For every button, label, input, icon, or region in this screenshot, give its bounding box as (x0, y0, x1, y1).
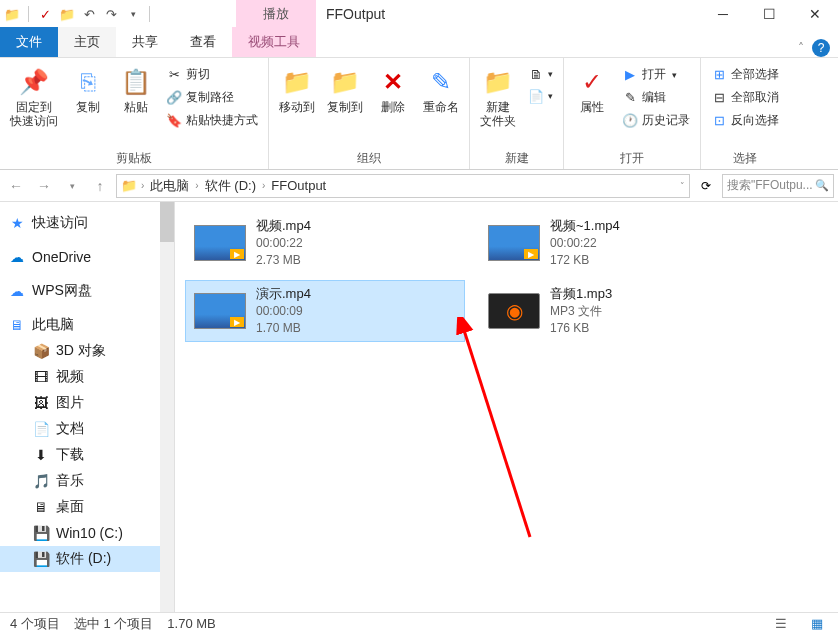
invert-selection-button[interactable]: ⊡反向选择 (707, 110, 783, 131)
tab-home[interactable]: 主页 (58, 27, 116, 57)
view-large-icons-button[interactable]: ▦ (806, 615, 828, 633)
breadcrumb-folder[interactable]: FFOutput (269, 178, 328, 193)
refresh-button[interactable]: ⟳ (694, 174, 718, 198)
new-item-button[interactable]: 🗎▾ (524, 64, 557, 84)
cloud-icon: ☁ (8, 282, 26, 300)
file-item[interactable]: ▶ 演示.mp4 00:00:09 1.70 MB (185, 280, 465, 342)
history-button[interactable]: 🕐历史记录 (618, 110, 694, 131)
copy-to-button[interactable]: 📁 复制到 (323, 64, 367, 116)
delete-button[interactable]: ✕ 删除 (371, 64, 415, 116)
file-size: 1.70 MB (256, 320, 311, 337)
nav-music[interactable]: 🎵音乐 (0, 468, 174, 494)
cut-button[interactable]: ✂剪切 (162, 64, 262, 85)
help-button[interactable]: ? (812, 39, 830, 57)
select-none-icon: ⊟ (711, 90, 727, 106)
chevron-icon[interactable]: › (195, 180, 198, 191)
status-selected-count: 选中 1 个项目 (74, 615, 153, 633)
video-thumbnail: ▶ (194, 293, 246, 329)
file-type: MP3 文件 (550, 303, 612, 320)
edit-button[interactable]: ✎编辑 (618, 87, 694, 108)
chevron-icon[interactable]: › (262, 180, 265, 191)
drive-icon: 💾 (32, 550, 50, 568)
nav-scrollbar[interactable] (160, 202, 174, 612)
annotation-arrow (445, 317, 565, 547)
copy-button[interactable]: ⎘ 复制 (66, 64, 110, 116)
addr-dropdown-icon[interactable]: ˅ (680, 181, 685, 191)
back-button[interactable]: ← (4, 174, 28, 198)
nav-wps[interactable]: ☁WPS网盘 (0, 278, 174, 304)
history-icon: 🕐 (622, 113, 638, 129)
qat-folder-icon[interactable]: 📁 (59, 6, 75, 22)
file-item[interactable]: ▶ 视频~1.mp4 00:00:22 172 KB (479, 212, 759, 274)
svg-line-1 (463, 327, 530, 537)
tab-view[interactable]: 查看 (174, 27, 232, 57)
file-duration: 00:00:09 (256, 303, 311, 320)
nav-quick-access[interactable]: ★快速访问 (0, 210, 174, 236)
breadcrumb-pc[interactable]: 此电脑 (148, 177, 191, 195)
qat-check-icon[interactable]: ✓ (37, 6, 53, 22)
video-thumbnail: ▶ (488, 225, 540, 261)
nav-drive-c[interactable]: 💾Win10 (C:) (0, 520, 174, 546)
nav-drive-d[interactable]: 💾软件 (D:) (0, 546, 174, 572)
nav-documents[interactable]: 📄文档 (0, 416, 174, 442)
status-selected-size: 1.70 MB (167, 616, 215, 631)
breadcrumb-drive[interactable]: 软件 (D:) (203, 177, 258, 195)
file-list-pane[interactable]: ▶ 视频.mp4 00:00:22 2.73 MB ▶ 视频~1.mp4 00:… (175, 202, 838, 612)
file-item[interactable]: ◉ 音频1.mp3 MP3 文件 176 KB (479, 280, 759, 342)
file-name: 视频~1.mp4 (550, 217, 620, 235)
minimize-ribbon-icon[interactable]: ˄ (798, 41, 804, 55)
qat-undo-icon[interactable]: ↶ (81, 6, 97, 22)
view-details-button[interactable]: ☰ (770, 615, 792, 633)
qat-dropdown-icon[interactable]: ▾ (125, 6, 141, 22)
paste-icon: 📋 (120, 66, 152, 98)
desktop-icon: 🖥 (32, 498, 50, 516)
easy-access-button[interactable]: 📄▾ (524, 86, 557, 106)
qat-redo-icon[interactable]: ↷ (103, 6, 119, 22)
new-folder-icon: 📁 (482, 66, 514, 98)
play-contextual-tab[interactable]: 播放 (236, 0, 316, 28)
nav-videos[interactable]: 🎞视频 (0, 364, 174, 390)
tab-share[interactable]: 共享 (116, 27, 174, 57)
status-item-count: 4 个项目 (10, 615, 60, 633)
close-button[interactable]: ✕ (792, 0, 838, 28)
recent-dropdown[interactable]: ▾ (60, 174, 84, 198)
nav-onedrive[interactable]: ☁OneDrive (0, 244, 174, 270)
select-all-button[interactable]: ⊞全部选择 (707, 64, 783, 85)
paste-button[interactable]: 📋 粘贴 (114, 64, 158, 116)
nav-this-pc[interactable]: 🖥此电脑 (0, 312, 174, 338)
minimize-button[interactable]: ─ (700, 0, 746, 28)
copy-path-button[interactable]: 🔗复制路径 (162, 87, 262, 108)
forward-button[interactable]: → (32, 174, 56, 198)
nav-3d-objects[interactable]: 📦3D 对象 (0, 338, 174, 364)
properties-button[interactable]: ✓ 属性 (570, 64, 614, 116)
edit-icon: ✎ (622, 90, 638, 106)
file-size: 172 KB (550, 252, 620, 269)
file-size: 176 KB (550, 320, 612, 337)
paste-shortcut-button[interactable]: 🔖粘贴快捷方式 (162, 110, 262, 131)
select-none-button[interactable]: ⊟全部取消 (707, 87, 783, 108)
move-to-button[interactable]: 📁 移动到 (275, 64, 319, 116)
rename-button[interactable]: ✎ 重命名 (419, 64, 463, 116)
navigation-pane[interactable]: ★快速访问 ☁OneDrive ☁WPS网盘 🖥此电脑 📦3D 对象 🎞视频 🖼… (0, 202, 175, 612)
nav-desktop[interactable]: 🖥桌面 (0, 494, 174, 520)
maximize-button[interactable]: ☐ (746, 0, 792, 28)
open-group-label: 打开 (570, 148, 694, 169)
star-icon: ★ (8, 214, 26, 232)
pin-quick-access-button[interactable]: 📌 固定到 快速访问 (6, 64, 62, 131)
nav-scroll-thumb[interactable] (160, 202, 174, 242)
music-icon: 🎵 (32, 472, 50, 490)
address-row: ← → ▾ ↑ 📁 › 此电脑 › 软件 (D:) › FFOutput ˅ ⟳… (0, 170, 838, 202)
new-folder-button[interactable]: 📁 新建 文件夹 (476, 64, 520, 131)
search-input[interactable]: 搜索"FFOutpu... 🔍 (722, 174, 834, 198)
document-icon: 📄 (32, 420, 50, 438)
tab-file[interactable]: 文件 (0, 27, 58, 57)
address-bar[interactable]: 📁 › 此电脑 › 软件 (D:) › FFOutput ˅ (116, 174, 690, 198)
nav-pictures[interactable]: 🖼图片 (0, 390, 174, 416)
chevron-icon[interactable]: › (141, 180, 144, 191)
nav-downloads[interactable]: ⬇下载 (0, 442, 174, 468)
up-button[interactable]: ↑ (88, 174, 112, 198)
tab-video-tools[interactable]: 视频工具 (232, 27, 316, 57)
file-item[interactable]: ▶ 视频.mp4 00:00:22 2.73 MB (185, 212, 465, 274)
picture-icon: 🖼 (32, 394, 50, 412)
open-button[interactable]: ▶打开▾ (618, 64, 694, 85)
